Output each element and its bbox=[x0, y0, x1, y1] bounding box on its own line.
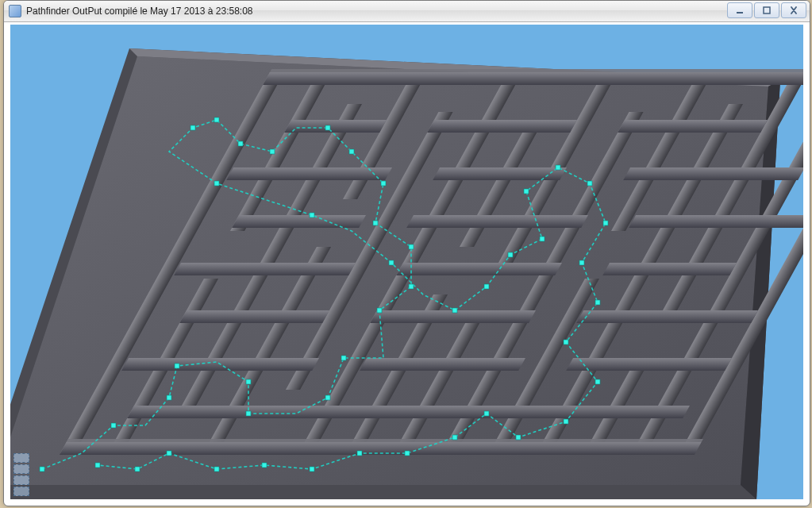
svg-rect-0 bbox=[737, 12, 743, 13]
overlay-widget-icon[interactable] bbox=[13, 475, 29, 485]
svg-rect-83 bbox=[564, 419, 568, 424]
svg-rect-65 bbox=[238, 141, 243, 146]
svg-rect-48 bbox=[67, 439, 703, 442]
svg-rect-81 bbox=[564, 340, 568, 344]
svg-rect-78 bbox=[603, 221, 608, 225]
overlay-widget-icon[interactable] bbox=[13, 487, 29, 496]
app-icon bbox=[9, 5, 21, 17]
minimize-button[interactable] bbox=[727, 2, 752, 18]
maze-render bbox=[10, 25, 803, 499]
svg-rect-63 bbox=[325, 125, 330, 130]
svg-rect-73 bbox=[508, 252, 513, 257]
svg-rect-75 bbox=[524, 189, 529, 194]
svg-rect-37 bbox=[396, 263, 562, 275]
svg-rect-47 bbox=[270, 69, 803, 72]
svg-rect-56 bbox=[341, 356, 346, 360]
svg-rect-71 bbox=[452, 308, 457, 313]
svg-rect-72 bbox=[484, 284, 489, 289]
svg-rect-67 bbox=[190, 125, 195, 130]
overlay-widget-icon[interactable] bbox=[13, 453, 29, 463]
svg-rect-69 bbox=[310, 213, 314, 217]
window-title: Pathfinder OutPut compilé le May 17 2013… bbox=[26, 6, 253, 17]
overlay-widget-icon[interactable] bbox=[13, 464, 29, 474]
svg-rect-82 bbox=[595, 379, 600, 384]
svg-rect-35 bbox=[629, 215, 803, 228]
svg-rect-44 bbox=[566, 358, 732, 371]
svg-rect-70 bbox=[389, 260, 394, 265]
svg-rect-30 bbox=[226, 167, 392, 180]
titlebar[interactable]: Pathfinder OutPut compilé le May 17 2013… bbox=[4, 1, 810, 22]
svg-rect-61 bbox=[381, 181, 386, 186]
window-controls bbox=[727, 2, 806, 18]
svg-rect-85 bbox=[484, 411, 489, 416]
svg-rect-26 bbox=[263, 72, 803, 85]
svg-rect-39 bbox=[179, 310, 329, 323]
svg-rect-66 bbox=[214, 117, 219, 122]
svg-rect-33 bbox=[232, 215, 366, 228]
svg-rect-55 bbox=[325, 395, 330, 400]
svg-rect-77 bbox=[587, 181, 592, 186]
svg-rect-1 bbox=[764, 7, 770, 13]
svg-rect-36 bbox=[174, 263, 356, 275]
svg-rect-50 bbox=[111, 423, 116, 428]
svg-rect-84 bbox=[516, 435, 521, 440]
svg-rect-86 bbox=[452, 435, 457, 440]
svg-rect-31 bbox=[433, 167, 567, 180]
svg-rect-87 bbox=[405, 451, 410, 456]
svg-rect-45 bbox=[127, 406, 690, 418]
svg-rect-68 bbox=[214, 181, 219, 186]
svg-rect-62 bbox=[349, 149, 354, 154]
close-button[interactable] bbox=[781, 2, 806, 18]
svg-rect-52 bbox=[175, 364, 179, 368]
svg-rect-27 bbox=[284, 120, 387, 133]
svg-rect-92 bbox=[167, 451, 171, 456]
svg-rect-51 bbox=[167, 395, 171, 400]
svg-rect-60 bbox=[373, 221, 378, 225]
svg-rect-76 bbox=[556, 165, 560, 170]
svg-rect-28 bbox=[427, 120, 577, 133]
svg-rect-41 bbox=[576, 310, 758, 323]
viewport-overlay-widgets bbox=[13, 453, 29, 496]
svg-rect-88 bbox=[357, 451, 362, 456]
svg-rect-34 bbox=[406, 215, 588, 228]
svg-rect-53 bbox=[246, 379, 251, 384]
svg-rect-79 bbox=[579, 260, 584, 265]
svg-rect-38 bbox=[602, 263, 737, 275]
svg-rect-91 bbox=[214, 467, 219, 471]
svg-rect-80 bbox=[595, 300, 600, 305]
svg-rect-49 bbox=[40, 467, 44, 471]
application-window: Pathfinder OutPut compilé le May 17 2013… bbox=[3, 0, 810, 506]
viewport-3d[interactable] bbox=[10, 25, 803, 499]
svg-rect-74 bbox=[540, 237, 545, 241]
svg-rect-54 bbox=[246, 411, 251, 416]
svg-rect-64 bbox=[270, 149, 275, 154]
svg-rect-89 bbox=[310, 467, 314, 471]
svg-rect-57 bbox=[377, 308, 382, 313]
svg-rect-32 bbox=[623, 167, 803, 180]
svg-rect-59 bbox=[409, 244, 414, 249]
svg-rect-29 bbox=[618, 120, 768, 133]
svg-rect-90 bbox=[262, 463, 267, 468]
svg-rect-58 bbox=[409, 284, 414, 289]
svg-rect-93 bbox=[135, 467, 140, 471]
maximize-button[interactable] bbox=[754, 2, 779, 18]
svg-rect-43 bbox=[360, 358, 525, 371]
svg-rect-94 bbox=[95, 463, 100, 468]
